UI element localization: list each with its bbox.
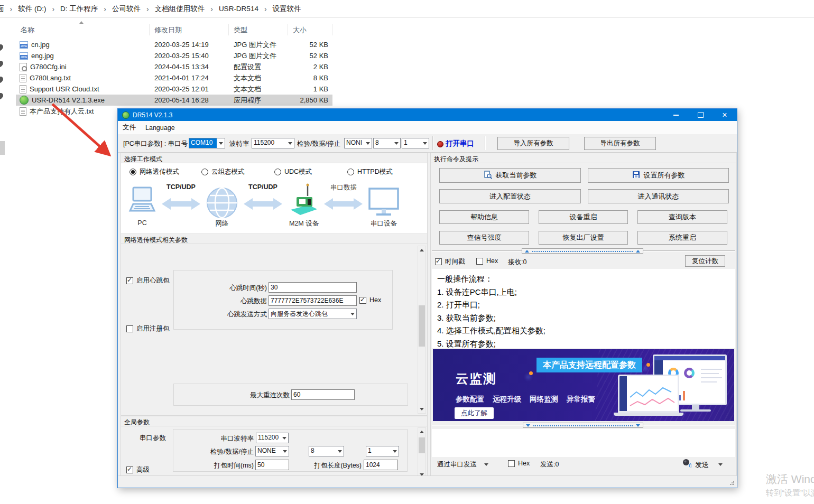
- column-header-date[interactable]: 修改日期: [150, 24, 229, 35]
- cloud-promo-banner[interactable]: 本产品支持远程配置参数 云监测 参数配置 远程升级 网络监测 异常报警 点此了解: [433, 349, 734, 421]
- radio-httpd-mode[interactable]: HTTPD模式: [347, 167, 393, 176]
- log-line: 4. 选择工作模式,配置相关参数;: [437, 324, 730, 338]
- send-input-area[interactable]: [432, 429, 735, 457]
- breadcrumb-item[interactable]: D: 工作程序: [60, 4, 98, 14]
- set-all-params-button[interactable]: 设置所有参数: [588, 168, 729, 183]
- glob-databits-select[interactable]: 8: [309, 446, 344, 456]
- file-row-selected[interactable]: USR-DR514 V2.1.3.exe 2020-05-14 16:28 应用…: [16, 95, 332, 106]
- menu-language[interactable]: Language: [141, 124, 180, 132]
- get-current-params-button[interactable]: 获取当前参数: [439, 168, 581, 183]
- learn-more-button[interactable]: 点此了解: [455, 407, 494, 419]
- scroll-up-icon[interactable]: [418, 246, 426, 254]
- send-via-serial-button[interactable]: 通过串口发送: [437, 460, 477, 469]
- system-restart-button[interactable]: 系统重启: [637, 231, 727, 245]
- checkbox-icon: [126, 325, 133, 332]
- pin-icon: [0, 93, 4, 99]
- file-row[interactable]: G780Lang.txt 2021-04-01 17:24 文本文档 8 KB: [16, 72, 332, 83]
- parity-select[interactable]: NONI: [344, 138, 372, 148]
- dashboard-laptop-image: [618, 375, 679, 413]
- timestamp-checkbox[interactable]: 时间戳: [435, 257, 465, 266]
- breadcrumb-item[interactable]: USR-DR514: [219, 5, 258, 13]
- receive-log[interactable]: 一般操作流程： 1. 设备连PC串口,上电; 2. 打开串口; 3. 获取当前参…: [432, 269, 735, 348]
- enable-heartbeat-checkbox[interactable]: 启用心跳包: [126, 276, 170, 285]
- chevron-down-icon: [281, 446, 289, 456]
- pin-icon: [0, 61, 4, 67]
- scrollbar-thumb[interactable]: [419, 437, 425, 453]
- file-row[interactable]: JPGeng.jpg 2020-03-25 15:40 JPG 图片文件 52 …: [16, 50, 332, 61]
- exe-file-icon: [20, 96, 29, 105]
- radio-icon: [130, 169, 136, 175]
- stopbits-select[interactable]: 1: [402, 138, 429, 148]
- reconnect-input[interactable]: [291, 389, 355, 400]
- hb-time-input[interactable]: [269, 282, 357, 293]
- breadcrumb-item[interactable]: 面: [0, 4, 4, 14]
- hb-hex-checkbox[interactable]: Hex: [359, 296, 381, 304]
- enable-register-checkbox[interactable]: 启用注册包: [126, 324, 170, 333]
- radio-icon: [274, 169, 281, 175]
- splitter-handle[interactable]: [523, 423, 643, 428]
- export-all-params-button[interactable]: 导出所有参数: [584, 137, 656, 150]
- menu-file[interactable]: 文件: [118, 123, 141, 132]
- radio-udc-mode[interactable]: UDC模式: [274, 167, 312, 176]
- banner-title: 云监测: [456, 370, 497, 387]
- glob-parity-select[interactable]: NONE: [255, 446, 289, 456]
- close-button[interactable]: ×: [713, 109, 737, 121]
- baud-select[interactable]: 115200: [252, 138, 294, 148]
- checkbox-icon: [476, 258, 483, 265]
- glob-baud-select[interactable]: 115200: [256, 433, 289, 443]
- recv-hex-checkbox[interactable]: Hex: [476, 257, 498, 265]
- import-all-params-button[interactable]: 导入所有参数: [497, 137, 569, 150]
- breadcrumb-chevron-icon: ›: [264, 5, 267, 13]
- scroll-down-icon[interactable]: [418, 405, 426, 413]
- file-row[interactable]: Support USR Cloud.txt 2020-03-25 12:01 文…: [16, 83, 332, 95]
- databits-select[interactable]: 8: [373, 138, 401, 148]
- breadcrumb: 面 › 软件 (D:) › D: 工作程序 › 公司软件 › 文档组使用软件 ›…: [0, 0, 814, 18]
- maximize-button[interactable]: [688, 109, 713, 121]
- breadcrumb-item[interactable]: 设置软件: [273, 4, 301, 14]
- radio-net-transparent-mode[interactable]: 网络透传模式: [130, 167, 179, 176]
- scrollbar[interactable]: [418, 427, 426, 479]
- factory-reset-button[interactable]: 恢复出厂设置: [539, 231, 628, 245]
- enter-config-state-button[interactable]: 进入配置状态: [439, 189, 581, 203]
- hb-mode-select[interactable]: 向服务器发送心跳包: [269, 309, 357, 319]
- breadcrumb-item[interactable]: 软件 (D:): [18, 4, 46, 14]
- column-header-type[interactable]: 类型: [229, 24, 288, 35]
- scroll-up-icon[interactable]: [418, 428, 426, 436]
- enter-comm-state-button[interactable]: 进入通讯状态: [588, 189, 729, 203]
- pack-time-input[interactable]: [255, 460, 289, 470]
- file-row[interactable]: JPGcn.jpg 2020-03-25 14:19 JPG 图片文件 52 K…: [16, 39, 332, 50]
- column-header-name[interactable]: 名称: [16, 24, 150, 35]
- breadcrumb-item[interactable]: 公司软件: [112, 4, 141, 14]
- com-port-select[interactable]: COM10: [189, 138, 225, 148]
- advanced-checkbox[interactable]: 高级: [126, 465, 150, 474]
- query-signal-button[interactable]: 查信号强度: [439, 231, 529, 245]
- scrollbar[interactable]: [418, 246, 426, 414]
- open-serial-button[interactable]: 打开串口: [446, 139, 474, 148]
- pack-len-input[interactable]: [364, 460, 398, 470]
- glob-stopbits-select[interactable]: 1: [366, 446, 399, 456]
- scrollbar-thumb[interactable]: [419, 305, 425, 347]
- file-row[interactable]: G780Cfg.ini 2024-04-15 13:34 配置设置 2 KB: [16, 61, 332, 72]
- dr514-window: DR514 V2.1.3 × 文件 Language [PC串口参数] : 串口…: [117, 108, 737, 488]
- hb-data-input[interactable]: [269, 295, 357, 306]
- titlebar[interactable]: DR514 V2.1.3 ×: [118, 109, 737, 121]
- breadcrumb-item[interactable]: 文档组使用软件: [155, 4, 205, 14]
- spark-icon: [646, 363, 650, 367]
- file-date: 2024-04-15 13:34: [150, 63, 229, 71]
- resize-grip-icon[interactable]: [733, 484, 734, 485]
- reset-count-button[interactable]: 复位计数: [685, 255, 725, 267]
- screen: 面 › 软件 (D:) › D: 工作程序 › 公司软件 › 文档组使用软件 ›…: [0, 0, 814, 504]
- radio-cloud-scada-mode[interactable]: 云组态模式: [201, 167, 245, 176]
- file-name: eng.jpg: [31, 52, 54, 60]
- laptop-icon: [127, 186, 157, 219]
- help-info-button[interactable]: 帮助信息: [439, 210, 529, 224]
- breadcrumb-chevron-icon: ›: [10, 5, 13, 13]
- column-header-size[interactable]: 大小: [288, 24, 332, 35]
- splitter-handle[interactable]: [522, 248, 643, 254]
- send-button[interactable]: 发送: [695, 460, 709, 470]
- query-version-button[interactable]: 查询版本: [637, 210, 727, 224]
- minimize-button[interactable]: [664, 109, 688, 121]
- device-restart-button[interactable]: 设备重启: [539, 210, 628, 224]
- send-hex-checkbox[interactable]: Hex: [508, 460, 530, 467]
- chevron-down-icon: [421, 138, 429, 148]
